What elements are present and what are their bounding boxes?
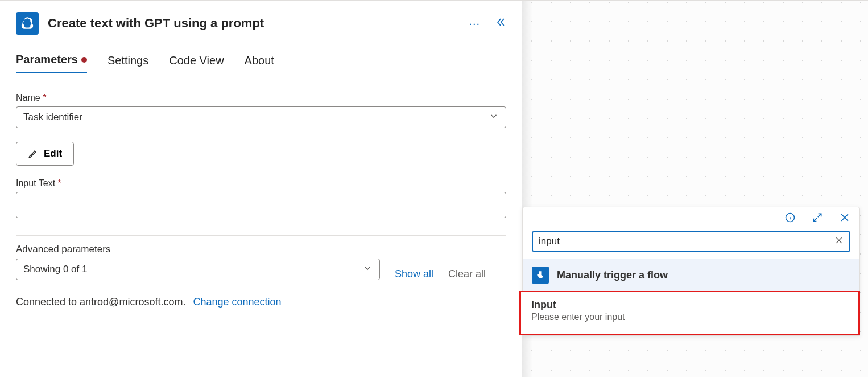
input-text-label: Input Text * <box>16 178 506 188</box>
result-title: Input <box>531 299 848 311</box>
advanced-select[interactable]: Showing 0 of 1 <box>16 259 380 280</box>
tab-bar: Parameters Settings Code View About <box>16 51 506 73</box>
tab-required-badge <box>81 57 87 63</box>
edit-button[interactable]: Edit <box>16 142 74 166</box>
trigger-section-title: Manually trigger a flow <box>557 269 668 281</box>
edit-button-label: Edit <box>44 148 62 159</box>
gpt-action-icon <box>16 12 39 35</box>
dynamic-content-popup: Manually trigger a flow Input Please ent… <box>522 207 860 336</box>
chevron-down-icon <box>489 111 499 124</box>
info-icon[interactable] <box>784 212 796 226</box>
search-input[interactable] <box>539 236 834 247</box>
expand-icon[interactable] <box>812 212 823 226</box>
tab-codeview[interactable]: Code View <box>169 51 224 73</box>
name-select[interactable]: Task identifier <box>16 106 506 128</box>
tab-settings[interactable]: Settings <box>108 51 148 73</box>
pencil-icon <box>28 149 38 159</box>
change-connection-link[interactable]: Change connection <box>193 296 281 308</box>
tab-about[interactable]: About <box>245 51 274 73</box>
result-subtitle: Please enter your input <box>531 312 848 322</box>
dynamic-content-search[interactable] <box>532 231 850 252</box>
tab-parameters-label: Parameters <box>16 53 78 66</box>
close-icon[interactable] <box>839 212 850 226</box>
show-all-link[interactable]: Show all <box>395 268 433 280</box>
canvas-area: Manually trigger a flow Input Please ent… <box>522 1 868 377</box>
name-select-value: Task identifier <box>23 112 82 123</box>
name-label: Name * <box>16 93 506 103</box>
manual-trigger-icon <box>532 267 549 284</box>
divider <box>16 235 506 236</box>
dynamic-content-item-input[interactable]: Input Please enter your input <box>519 291 860 335</box>
connection-account: antrod@microsoft.com. <box>80 296 185 308</box>
clear-search-icon[interactable] <box>834 236 844 247</box>
more-menu-icon[interactable]: ··· <box>469 17 480 30</box>
collapse-panel-icon[interactable] <box>495 17 506 30</box>
advanced-parameters-label: Advanced parameters <box>16 244 506 255</box>
trigger-section-header[interactable]: Manually trigger a flow <box>523 259 859 292</box>
advanced-select-value: Showing 0 of 1 <box>23 264 87 275</box>
clear-all-link[interactable]: Clear all <box>448 268 486 280</box>
tab-parameters[interactable]: Parameters <box>16 51 87 73</box>
input-text-field[interactable] <box>16 192 506 218</box>
action-title: Create text with GPT using a prompt <box>48 16 469 31</box>
connection-prefix: Connected to <box>16 296 80 308</box>
chevron-down-icon <box>362 263 373 276</box>
